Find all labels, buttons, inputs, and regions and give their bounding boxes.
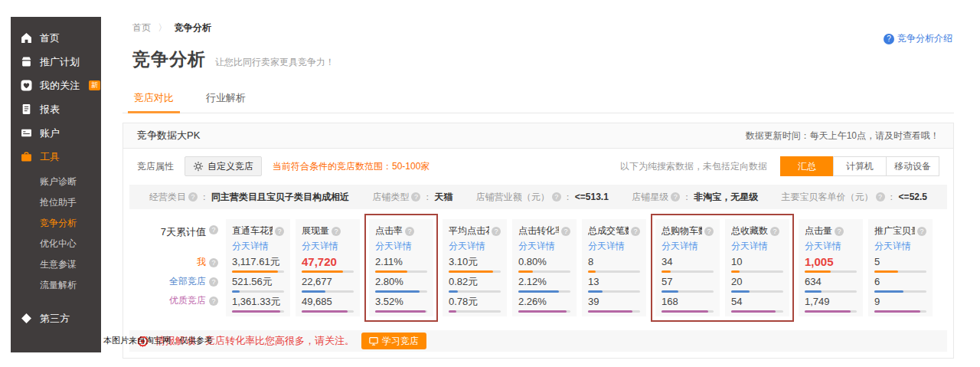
daily-detail-link[interactable]: 分天详情 — [232, 240, 269, 253]
metric-cell: 8 — [588, 256, 640, 273]
sidebar-item-reports[interactable]: 报表 — [11, 97, 101, 121]
sidebar-item-watchlist[interactable]: 我的关注 新 — [11, 74, 101, 97]
metric-cell: 39 — [588, 296, 640, 313]
help-circle-icon[interactable] — [332, 227, 341, 236]
metric-value: 9 — [874, 296, 926, 307]
device-tab-mobile[interactable]: 移动设备 — [886, 156, 939, 176]
help-circle-icon[interactable] — [209, 297, 218, 306]
daily-detail-link[interactable]: 分天详情 — [375, 240, 412, 253]
sidebar-subitem-competition-analysis[interactable]: 竞争分析 — [11, 213, 101, 234]
sidebar-item-tools[interactable]: 工具 — [11, 145, 101, 169]
metric-column: 推广宝贝量分天详情569 — [868, 219, 933, 316]
help-circle-icon[interactable] — [209, 258, 218, 267]
panel-header: 竞争数据大PK 数据更新时间：每天上午10点，请及时查看哦！ — [123, 123, 953, 149]
help-circle-icon[interactable] — [492, 227, 501, 236]
metric-cell: 2.11% — [375, 256, 427, 273]
metric-header: 总购物车数 — [662, 224, 714, 238]
daily-detail-link[interactable]: 分天详情 — [449, 240, 485, 253]
campaign-icon — [21, 56, 32, 67]
help-circle-icon[interactable] — [704, 227, 714, 236]
metric-bar — [232, 290, 284, 293]
sidebar-subitem-business-advisor[interactable]: 生意参谋 — [11, 254, 101, 275]
metric-table: 7天累计值 我 全部竞店 优质竞店 直通车花费分天详情3,117.61元521.… — [123, 209, 953, 323]
metric-column: 直通车花费分天详情3,117.61元521.56元1,361.33元 — [226, 219, 290, 316]
daily-detail-link[interactable]: 分天详情 — [731, 240, 768, 253]
help-circle-icon[interactable] — [405, 227, 414, 236]
device-tab-summary[interactable]: 汇总 — [780, 156, 834, 176]
help-circle-icon[interactable] — [209, 277, 218, 287]
sidebar-item-campaign[interactable]: 推广计划 — [11, 50, 101, 74]
board-icon — [369, 336, 378, 346]
metric-value: 3,117.61元 — [232, 256, 284, 267]
help-circle-icon[interactable] — [917, 227, 926, 236]
breadcrumb-home[interactable]: 首页 — [132, 22, 151, 33]
condition-shop-type: 店铺类型：天猫 — [372, 191, 452, 204]
metric-bar — [874, 270, 926, 273]
condition-strip: 经营类目：同主营类目且宝贝子类目构成相近 店铺类型：天猫 店铺营业额（元）：<=… — [129, 185, 947, 209]
sidebar-subitem-traffic-analysis[interactable]: 流量解析 — [11, 275, 101, 296]
intro-help-link[interactable]: 竞争分析介绍 — [884, 32, 952, 45]
page-subtitle: 让您比同行卖家更具竞争力！ — [215, 56, 335, 69]
metric-bar — [302, 270, 354, 273]
metric-cell: 3.52% — [375, 296, 427, 313]
metric-value: 2.80% — [375, 276, 427, 287]
condition-star-level: 店铺星级：非淘宝，无星级 — [632, 191, 758, 204]
metric-value: 13 — [588, 276, 640, 287]
help-circle-icon[interactable] — [275, 227, 284, 236]
search-data-note: 以下为纯搜索数据，未包括定向数据 — [620, 160, 767, 173]
metric-cell: 1,005 — [805, 256, 857, 273]
help-circle-icon[interactable] — [770, 227, 779, 236]
help-circle-icon[interactable] — [671, 192, 680, 202]
help-circle-icon[interactable] — [552, 192, 561, 202]
metric-cell: 2.26% — [518, 296, 570, 313]
tab-industry-analysis[interactable]: 行业解析 — [204, 87, 247, 113]
period-label: 7天累计值 — [128, 225, 218, 253]
metric-value: 49,685 — [302, 296, 354, 307]
sidebar-subitem-optimization-center[interactable]: 优化中心 — [11, 234, 101, 254]
page-title: 竞争分析 — [132, 48, 206, 71]
metric-cell: 47,720 — [302, 256, 354, 273]
metric-cell: 6 — [874, 276, 926, 293]
daily-detail-link[interactable]: 分天详情 — [805, 240, 841, 253]
daily-detail-link[interactable]: 分天详情 — [518, 240, 555, 253]
metric-bar — [588, 270, 640, 273]
home-icon — [21, 32, 32, 44]
metric-cell: 1,361.33元 — [232, 296, 284, 313]
daily-detail-link[interactable]: 分天详情 — [874, 240, 911, 253]
tab-shop-compare[interactable]: 竞店对比 — [132, 87, 175, 113]
metric-value: 3.10元 — [449, 256, 501, 267]
metric-value: 0.78元 — [449, 296, 501, 307]
help-circle-icon[interactable] — [209, 225, 218, 234]
sidebar-item-label: 报表 — [40, 103, 60, 116]
insight-bar: 情报解读：竞店转化率比您高很多，请关注。 学习竞店 — [129, 330, 947, 352]
daily-detail-link[interactable]: 分天详情 — [662, 240, 698, 253]
sidebar-subitem-account-diagnosis[interactable]: 账户诊断 — [11, 172, 101, 192]
metric-header: 点击率 — [375, 224, 427, 238]
metric-cell: 0.78元 — [449, 296, 501, 313]
shop-range-note: 当前符合条件的竞店数范围：50-100家 — [273, 160, 430, 173]
daily-detail-link[interactable]: 分天详情 — [588, 240, 625, 253]
custom-shops-button[interactable]: 自定义竞店 — [185, 156, 262, 176]
learn-competitor-button[interactable]: 学习竞店 — [361, 333, 426, 349]
sidebar-item-third-party[interactable]: 第三方 — [11, 306, 101, 330]
daily-detail-link[interactable]: 分天详情 — [302, 240, 338, 253]
metric-cell: 22,677 — [302, 276, 354, 293]
metric-cell: 634 — [805, 276, 857, 293]
sidebar-subitem-position-helper[interactable]: 抢位助手 — [11, 192, 101, 213]
metric-cell: 2.12% — [518, 276, 570, 293]
help-circle-icon[interactable] — [631, 227, 640, 236]
help-circle-icon[interactable] — [411, 192, 420, 202]
sidebar-item-home[interactable]: 首页 — [11, 26, 101, 50]
sidebar-submenu: 账户诊断 抢位助手 竞争分析 优化中心 生意参谋 流量解析 — [11, 169, 101, 300]
sidebar-item-account[interactable]: 账户 — [11, 121, 101, 145]
device-tab-pc[interactable]: 计算机 — [833, 156, 887, 176]
metric-bar — [449, 270, 501, 273]
metric-cell: 20 — [731, 276, 783, 293]
metric-value: 47,720 — [302, 256, 354, 267]
sidebar: 首页 推广计划 我的关注 新 报表 账户 — [11, 17, 101, 352]
metric-header: 推广宝贝量 — [874, 224, 926, 238]
help-circle-icon[interactable] — [835, 227, 844, 236]
help-circle-icon[interactable] — [188, 192, 198, 202]
help-circle-icon[interactable] — [561, 227, 570, 236]
help-circle-icon[interactable] — [876, 192, 885, 202]
